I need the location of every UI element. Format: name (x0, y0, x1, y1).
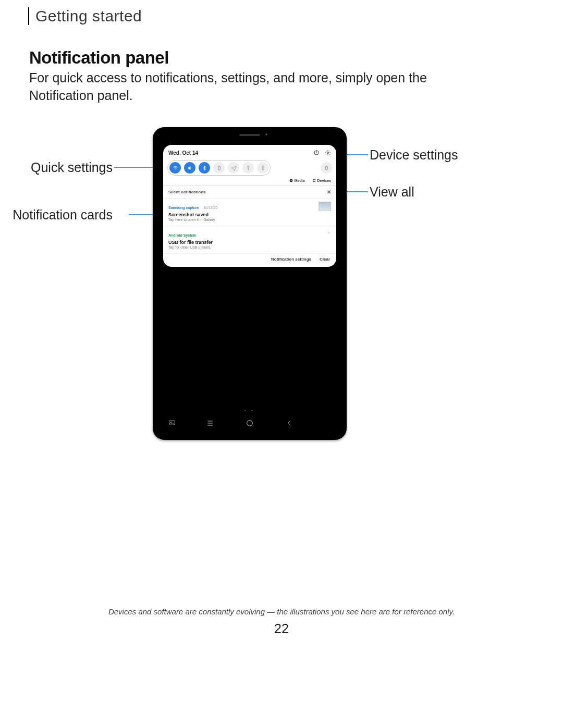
card-date: 10/13/20 (203, 206, 217, 209)
clear-button[interactable]: Clear (320, 257, 330, 262)
svg-rect-9 (325, 166, 327, 169)
media-button[interactable]: Media (289, 179, 305, 182)
page-indicator-dots: • • (159, 408, 340, 413)
rotation-toggle[interactable] (213, 162, 225, 174)
svg-point-5 (327, 152, 329, 154)
recents-icon[interactable] (206, 419, 214, 427)
svg-rect-15 (314, 181, 315, 182)
panel-header: Wed, Oct 14 (163, 145, 336, 159)
quick-settings-row (163, 159, 336, 179)
silent-notifications-header: Silent notifications ✕ (163, 186, 336, 198)
sound-toggle[interactable] (184, 162, 195, 174)
panel-footer: Notification settings Clear (163, 253, 336, 267)
notification-settings-button[interactable]: Notification settings (271, 257, 311, 262)
panel-date: Wed, Oct 14 (168, 150, 198, 156)
callout-device-settings: Device settings (370, 147, 458, 163)
airplane-toggle[interactable] (228, 162, 239, 174)
notification-card[interactable]: Android System USB for file transfer Tap… (163, 226, 336, 253)
card-thumbnail (319, 202, 331, 211)
callout-view-all: View all (370, 184, 414, 200)
close-icon[interactable]: ✕ (327, 189, 331, 195)
notification-card[interactable]: Samsung capture 10/13/20 Screenshot save… (163, 198, 336, 226)
panel-sub-row: Media Devices (163, 179, 336, 186)
svg-point-21 (247, 421, 253, 426)
devices-button[interactable]: Devices (312, 179, 331, 182)
gear-icon[interactable] (325, 150, 331, 156)
card-title: USB for file transfer (168, 240, 213, 245)
svg-rect-13 (314, 179, 315, 180)
page-number: 22 (0, 621, 563, 636)
card-app-name: Samsung capture (168, 206, 199, 209)
secure-folder-toggle[interactable] (321, 162, 332, 174)
bluetooth-toggle[interactable] (199, 162, 210, 174)
notification-panel: Wed, Oct 14 Media (163, 145, 336, 267)
page-heading: Notification panel (29, 48, 169, 68)
callout-notification-cards: Notification cards (13, 207, 113, 223)
quick-settings-pill (167, 160, 271, 176)
media-label: Media (295, 179, 305, 182)
svg-rect-14 (312, 181, 313, 182)
card-subtitle: Tap here to open it in Gallery. (168, 218, 217, 221)
card-app-name: Android System (168, 233, 197, 237)
back-icon[interactable] (285, 419, 293, 427)
card-subtitle: Tap for other USB options. (168, 245, 213, 249)
nav-bar (159, 419, 340, 427)
devices-label: Devices (317, 179, 331, 182)
svg-rect-6 (218, 166, 220, 169)
tablet-screen: Wed, Oct 14 Media (159, 142, 340, 431)
power-icon[interactable] (313, 150, 320, 156)
flashlight-toggle[interactable] (242, 162, 254, 174)
tablet-sensor (265, 133, 267, 135)
svg-rect-7 (262, 166, 264, 169)
tablet-illustration: Wed, Oct 14 Media (153, 127, 347, 440)
silent-label: Silent notifications (168, 190, 206, 194)
intro-paragraph: For quick access to notifications, setti… (29, 69, 467, 105)
wifi-toggle[interactable] (169, 162, 181, 174)
card-title: Screenshot saved (168, 212, 217, 217)
power-saving-toggle[interactable] (257, 162, 268, 174)
svg-rect-12 (312, 179, 313, 180)
home-icon[interactable] (246, 419, 254, 427)
disclaimer-text: Devices and software are constantly evol… (0, 607, 563, 616)
section-tab: Getting started (28, 7, 142, 25)
tablet-speaker (239, 134, 260, 136)
callout-quick-settings: Quick settings (31, 160, 113, 175)
chevron-down-icon[interactable]: ⌄ (327, 229, 331, 235)
